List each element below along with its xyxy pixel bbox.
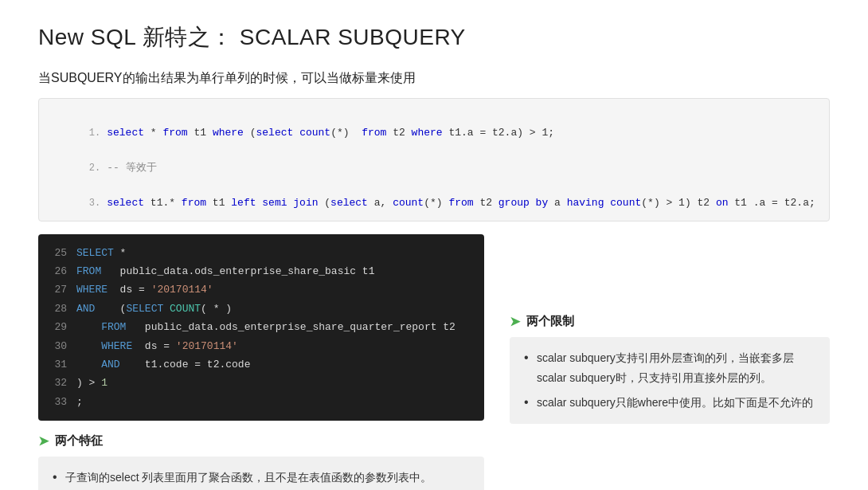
- line-num-1: 1.: [89, 127, 100, 139]
- page-title: New SQL 新特之： SCALAR SUBQUERY: [38, 22, 830, 53]
- right-section-title: 两个限制: [526, 314, 574, 329]
- code-line-2: 2.-- 等效于: [52, 142, 816, 177]
- dark-line-30: 30 WHERE ds = '20170114': [51, 337, 471, 355]
- line-num-3: 3.: [89, 198, 100, 209]
- dark-line-29: 29 FROM public_data.ods_enterprise_share…: [51, 318, 471, 336]
- dark-line-27: 27WHERE ds = '20170114': [51, 280, 471, 299]
- right-arrow-icon: ➤: [510, 314, 520, 329]
- code-dark-block: 25SELECT * 26FROM public_data.ods_enterp…: [38, 234, 484, 421]
- code-line-3: 3.select t1.* from t1 left semi join (se…: [52, 177, 816, 212]
- list-item: scalar subquery只能where中使用。比如下面是不允许的: [524, 393, 815, 413]
- left-bullet-list: 子查询的select 列表里面用了聚合函数，且不是在表值函数的参数列表中。 子查…: [38, 457, 484, 490]
- dark-line-26: 26FROM public_data.ods_enterprise_share_…: [51, 262, 471, 280]
- main-content: 25SELECT * 26FROM public_data.ods_enterp…: [38, 234, 830, 490]
- dark-line-32: 32) > 1: [51, 374, 471, 392]
- dark-line-25: 25SELECT *: [51, 244, 471, 262]
- list-item: 子查询的select 列表里面用了聚合函数，且不是在表值函数的参数列表中。: [53, 468, 470, 488]
- code-light-block: 1.select * from t1 where (select count(*…: [38, 98, 830, 221]
- left-section-title: 两个特征: [55, 433, 103, 449]
- list-item: scalar subquery支持引用外层查询的列，当嵌套多层scalar su…: [524, 348, 815, 388]
- line-num-2: 2.: [89, 163, 100, 174]
- right-section-header: ➤ 两个限制: [510, 314, 830, 329]
- right-column: ➤ 两个限制 scalar subquery支持引用外层查询的列，当嵌套多层sc…: [510, 234, 830, 490]
- dark-line-28: 28AND (SELECT COUNT( * ): [51, 300, 471, 318]
- left-column: 25SELECT * 26FROM public_data.ods_enterp…: [38, 234, 484, 490]
- subtitle: 当SUBQUERY的输出结果为单行单列的时候，可以当做标量来使用: [38, 70, 830, 87]
- dark-line-31: 31 AND t1.code = t2.code: [51, 355, 471, 374]
- left-section-header: ➤ 两个特征: [38, 433, 484, 449]
- dark-line-33: 33;: [51, 393, 471, 411]
- page-container: New SQL 新特之： SCALAR SUBQUERY 当SUBQUERY的输…: [0, 0, 868, 490]
- code-line-1: 1.select * from t1 where (select count(*…: [52, 107, 816, 142]
- right-bullet-list: scalar subquery支持引用外层查询的列，当嵌套多层scalar su…: [510, 337, 830, 425]
- left-arrow-icon: ➤: [38, 433, 49, 449]
